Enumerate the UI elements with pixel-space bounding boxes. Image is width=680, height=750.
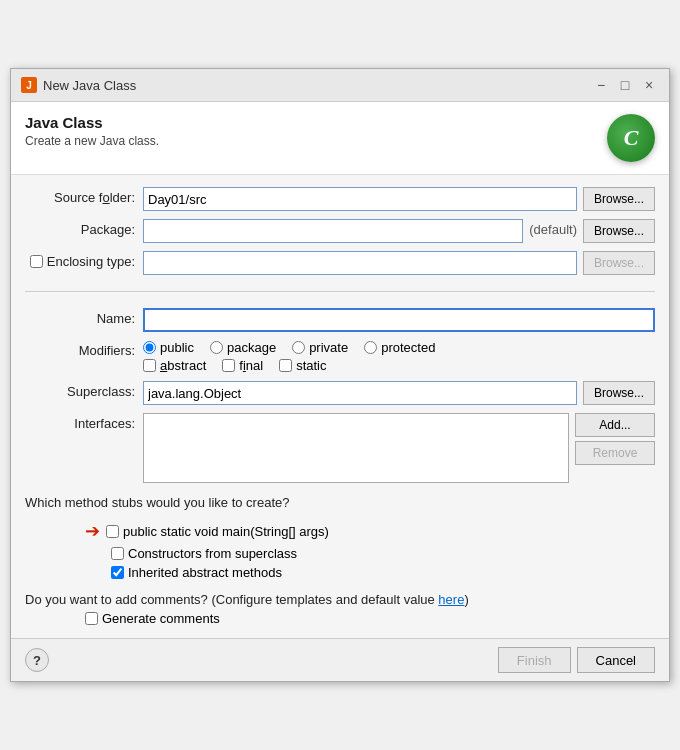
interfaces-area <box>143 413 569 483</box>
modifier-private-text: private <box>309 340 348 355</box>
superclass-browse-button[interactable]: Browse... <box>583 381 655 405</box>
stub-main-text: public static void main(String[] args) <box>123 524 329 539</box>
method-stubs-title: Which method stubs would you like to cre… <box>25 495 655 510</box>
package-label: Package: <box>25 219 135 237</box>
name-label: Name: <box>25 308 135 326</box>
footer-left: ? <box>25 648 49 672</box>
title-controls: − □ × <box>591 75 659 95</box>
close-button[interactable]: × <box>639 75 659 95</box>
comments-here-link[interactable]: here <box>438 592 464 607</box>
stub-constructors-row: Constructors from superclass <box>85 546 655 561</box>
name-input[interactable] <box>143 308 655 332</box>
modifier-abstract-label[interactable]: abstract <box>143 358 206 373</box>
header-title: Java Class <box>25 114 159 131</box>
enclosing-type-field: Browse... <box>143 251 655 275</box>
modifiers-access-row: public package private protected <box>143 340 435 355</box>
modifier-static-checkbox[interactable] <box>279 359 292 372</box>
modifier-final-label[interactable]: final <box>222 358 263 373</box>
stub-main-row: ➔ public static void main(String[] args) <box>85 520 655 542</box>
header-subtitle: Create a new Java class. <box>25 134 159 148</box>
stub-constructors-label[interactable]: Constructors from superclass <box>111 546 297 561</box>
modifiers-other-row: abstract final static <box>143 358 435 373</box>
source-folder-browse-button[interactable]: Browse... <box>583 187 655 211</box>
modifier-abstract-text: abstract <box>160 358 206 373</box>
enclosing-type-checkbox[interactable] <box>30 255 43 268</box>
modifier-final-checkbox[interactable] <box>222 359 235 372</box>
generate-comments-label[interactable]: Generate comments <box>85 611 655 626</box>
modifier-abstract-checkbox[interactable] <box>143 359 156 372</box>
interfaces-label: Interfaces: <box>25 413 135 431</box>
modifier-package-text: package <box>227 340 276 355</box>
header-icon: C <box>607 114 655 162</box>
cancel-button[interactable]: Cancel <box>577 647 655 673</box>
modifier-package-label[interactable]: package <box>210 340 276 355</box>
stub-constructors-checkbox[interactable] <box>111 547 124 560</box>
enclosing-type-text: Enclosing type: <box>47 254 135 269</box>
package-input[interactable] <box>143 219 523 243</box>
interfaces-add-button[interactable]: Add... <box>575 413 655 437</box>
generate-comments-checkbox[interactable] <box>85 612 98 625</box>
dialog-body: Source folder: Browse... Package: (defau… <box>11 175 669 638</box>
modifier-private-radio[interactable] <box>292 341 305 354</box>
stub-inherited-text: Inherited abstract methods <box>128 565 282 580</box>
divider-1 <box>25 291 655 292</box>
title-bar: J New Java Class − □ × <box>11 69 669 102</box>
comments-title-end: ) <box>464 592 468 607</box>
stub-options: ➔ public static void main(String[] args)… <box>25 520 655 580</box>
dialog-header: Java Class Create a new Java class. C <box>11 102 669 175</box>
new-java-class-dialog: J New Java Class − □ × Java Class Create… <box>10 68 670 682</box>
modifier-static-label[interactable]: static <box>279 358 326 373</box>
modifier-protected-text: protected <box>381 340 435 355</box>
modifier-public-label[interactable]: public <box>143 340 194 355</box>
comments-title-main: Do you want to add comments? (Configure … <box>25 592 438 607</box>
stub-constructors-text: Constructors from superclass <box>128 546 297 561</box>
interfaces-field: Add... Remove <box>143 413 655 483</box>
modifier-package-radio[interactable] <box>210 341 223 354</box>
dialog-title: New Java Class <box>43 78 136 93</box>
interfaces-row: Interfaces: Add... Remove <box>25 413 655 483</box>
superclass-row: Superclass: Browse... <box>25 381 655 405</box>
minimize-button[interactable]: − <box>591 75 611 95</box>
name-field <box>143 308 655 332</box>
dialog-footer: ? Finish Cancel <box>11 638 669 681</box>
superclass-input[interactable] <box>143 381 577 405</box>
comments-options: Generate comments <box>25 611 655 626</box>
interfaces-remove-button: Remove <box>575 441 655 465</box>
enclosing-type-row: Enclosing type: Browse... <box>25 251 655 275</box>
source-folder-input[interactable] <box>143 187 577 211</box>
modifier-public-text: public <box>160 340 194 355</box>
stub-main-checkbox[interactable] <box>106 525 119 538</box>
stub-inherited-row: Inherited abstract methods <box>85 565 655 580</box>
modifiers-field: public package private protected <box>143 340 655 373</box>
stub-inherited-label[interactable]: Inherited abstract methods <box>111 565 282 580</box>
generate-comments-text: Generate comments <box>102 611 220 626</box>
enclosing-type-check-label[interactable]: Enclosing type: <box>25 254 135 269</box>
package-default-label: (default) <box>529 219 577 237</box>
title-bar-left: J New Java Class <box>21 77 136 93</box>
name-row: Name: <box>25 308 655 332</box>
package-field: (default) Browse... <box>143 219 655 243</box>
modifier-final-text: final <box>239 358 263 373</box>
package-row: Package: (default) Browse... <box>25 219 655 243</box>
source-folder-label: Source folder: <box>25 187 135 205</box>
finish-button: Finish <box>498 647 571 673</box>
modifier-static-text: static <box>296 358 326 373</box>
modifier-protected-label[interactable]: protected <box>364 340 435 355</box>
comments-title: Do you want to add comments? (Configure … <box>25 592 655 607</box>
help-button[interactable]: ? <box>25 648 49 672</box>
maximize-button[interactable]: □ <box>615 75 635 95</box>
stub-main-label[interactable]: public static void main(String[] args) <box>106 524 329 539</box>
interfaces-buttons: Add... Remove <box>575 413 655 465</box>
source-folder-row: Source folder: Browse... <box>25 187 655 211</box>
modifier-public-radio[interactable] <box>143 341 156 354</box>
modifier-protected-radio[interactable] <box>364 341 377 354</box>
footer-right: Finish Cancel <box>498 647 655 673</box>
package-browse-button[interactable]: Browse... <box>583 219 655 243</box>
arrow-icon: ➔ <box>85 520 100 542</box>
superclass-field: Browse... <box>143 381 655 405</box>
source-folder-field: Browse... <box>143 187 655 211</box>
enclosing-type-browse-button: Browse... <box>583 251 655 275</box>
stub-inherited-checkbox[interactable] <box>111 566 124 579</box>
comments-section: Do you want to add comments? (Configure … <box>25 592 655 626</box>
modifier-private-label[interactable]: private <box>292 340 348 355</box>
